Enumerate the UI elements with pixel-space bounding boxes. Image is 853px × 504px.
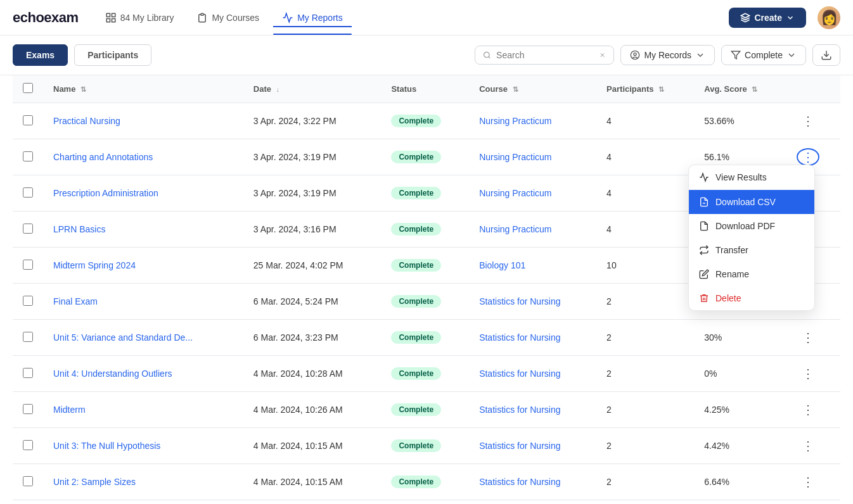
course-link[interactable]: Statistics for Nursing <box>479 477 560 487</box>
row-name: Prescription Administration <box>43 175 243 211</box>
row-menu-button[interactable]: ⋮ <box>797 401 819 419</box>
tab-participants[interactable]: Participants <box>74 44 151 66</box>
avatar[interactable]: 👩 <box>818 6 840 29</box>
complete-filter[interactable]: Complete <box>721 45 806 65</box>
table-row: Practical Nursing 3 Apr. 2024, 3:22 PM C… <box>13 103 840 139</box>
download-button[interactable] <box>812 44 840 66</box>
row-checkbox[interactable] <box>23 260 33 270</box>
course-link[interactable]: Biology 101 <box>479 260 525 270</box>
exam-name-link[interactable]: LPRN Basics <box>53 224 105 234</box>
row-date: 4 Mar. 2024, 10:26 AM <box>243 392 382 428</box>
row-checkbox[interactable] <box>23 187 33 198</box>
row-date: 4 Mar. 2024, 10:15 AM <box>243 428 382 464</box>
row-status: Complete <box>381 175 469 211</box>
row-checkbox[interactable] <box>23 368 33 378</box>
nav-courses[interactable]: My Courses <box>188 8 268 27</box>
exam-name-link[interactable]: Charting and Annotations <box>53 152 153 162</box>
row-menu-button[interactable]: ⋮ <box>797 112 819 130</box>
status-badge: Complete <box>391 295 441 308</box>
row-course: Statistics for Nursing <box>469 320 596 356</box>
menu-item-download-pdf[interactable]: Download PDF <box>689 214 814 238</box>
row-checkbox-cell <box>13 211 43 248</box>
complete-chevron-icon <box>786 50 797 60</box>
row-participants: 2 <box>596 464 694 500</box>
row-course: Statistics for Nursing <box>469 428 596 464</box>
course-link[interactable]: Statistics for Nursing <box>479 296 560 306</box>
nav-library[interactable]: 84 My Library <box>96 8 183 27</box>
header-name[interactable]: Name ⇅ <box>43 75 243 103</box>
row-checkbox[interactable] <box>23 115 33 125</box>
row-course: Nursing Practicum <box>469 175 596 211</box>
transfer-label: Transfer <box>715 245 748 255</box>
course-link[interactable]: Nursing Practicum <box>479 188 551 198</box>
status-badge: Complete <box>391 331 441 344</box>
row-checkbox[interactable] <box>23 296 33 306</box>
row-name: Final Exam <box>43 284 243 320</box>
exam-name-link[interactable]: Prescription Administration <box>53 188 158 198</box>
my-records-filter[interactable]: My Records <box>620 45 715 65</box>
row-participants: 4 <box>596 211 694 248</box>
row-avg-score: 4.42% <box>694 428 786 464</box>
row-checkbox[interactable] <box>23 440 33 450</box>
row-avg-score: 0% <box>694 356 786 392</box>
select-all-checkbox[interactable] <box>23 83 33 93</box>
header-status: Status <box>381 75 469 103</box>
context-menu: View Results Download CSV Download PDF T… <box>688 165 815 311</box>
my-records-label: My Records <box>644 50 691 60</box>
row-date: 6 Mar. 2024, 5:24 PM <box>243 284 382 320</box>
row-checkbox[interactable] <box>23 224 33 234</box>
tab-exams[interactable]: Exams <box>13 44 68 66</box>
exam-name-link[interactable]: Midterm Spring 2024 <box>53 260 136 270</box>
header-date[interactable]: Date ↓ <box>243 75 382 103</box>
row-participants: 2 <box>596 320 694 356</box>
row-checkbox-cell <box>13 428 43 464</box>
download-pdf-icon <box>699 221 709 231</box>
menu-item-rename[interactable]: Rename <box>689 262 814 286</box>
course-link[interactable]: Statistics for Nursing <box>479 441 560 451</box>
create-chevron-icon <box>786 13 795 22</box>
course-link[interactable]: Statistics for Nursing <box>479 332 560 343</box>
header-course[interactable]: Course ⇅ <box>469 75 596 103</box>
course-link[interactable]: Nursing Practicum <box>479 116 551 126</box>
row-checkbox[interactable] <box>23 151 33 161</box>
header-avg-score[interactable]: Avg. Score ⇅ <box>694 75 786 103</box>
row-menu-button[interactable]: ⋮ <box>797 473 819 491</box>
row-menu-button[interactable]: ⋮ <box>797 365 819 382</box>
row-checkbox[interactable] <box>23 476 33 486</box>
course-link[interactable]: Nursing Practicum <box>479 152 551 162</box>
exam-name-link[interactable]: Final Exam <box>53 296 98 306</box>
exam-name-link[interactable]: Unit 4: Understanding Outliers <box>53 369 172 379</box>
exam-name-link[interactable]: Midterm <box>53 405 86 415</box>
exam-name-link[interactable]: Practical Nursing <box>53 116 120 126</box>
row-course: Nursing Practicum <box>469 139 596 175</box>
header-participants[interactable]: Participants ⇅ <box>596 75 694 103</box>
menu-item-view-results[interactable]: View Results <box>689 165 814 189</box>
search-input[interactable] <box>496 50 594 60</box>
course-link[interactable]: Statistics for Nursing <box>479 369 560 379</box>
header-checkbox-col <box>13 75 43 103</box>
download-csv-label: Download CSV <box>715 197 776 207</box>
library-icon <box>105 12 117 23</box>
course-link[interactable]: Statistics for Nursing <box>479 405 560 415</box>
exam-name-link[interactable]: Unit 3: The Null Hypothesis <box>53 441 160 451</box>
create-button[interactable]: Create <box>729 8 806 28</box>
row-menu-button[interactable]: ⋮ <box>797 437 819 455</box>
menu-item-delete[interactable]: Delete <box>689 286 814 310</box>
row-date: 3 Apr. 2024, 3:22 PM <box>243 103 382 139</box>
course-link[interactable]: Nursing Practicum <box>479 224 551 234</box>
row-checkbox[interactable] <box>23 332 33 342</box>
menu-item-download-csv[interactable]: Download CSV <box>689 190 814 214</box>
row-checkbox-cell <box>13 248 43 284</box>
search-clear-icon[interactable] <box>599 51 606 60</box>
exam-name-link[interactable]: Unit 2: Sample Sizes <box>53 477 136 487</box>
records-chevron-icon <box>695 50 705 60</box>
exam-name-link[interactable]: Unit 5: Variance and Standard De... <box>53 332 193 343</box>
status-badge: Complete <box>391 223 441 236</box>
menu-item-transfer[interactable]: Transfer <box>689 238 814 262</box>
nav-reports-label: My Reports <box>297 13 343 23</box>
nav-reports[interactable]: My Reports <box>273 8 352 27</box>
row-checkbox-cell <box>13 392 43 428</box>
row-checkbox[interactable] <box>23 404 33 414</box>
row-menu-button[interactable]: ⋮ <box>797 148 819 166</box>
row-menu-button[interactable]: ⋮ <box>797 329 819 346</box>
